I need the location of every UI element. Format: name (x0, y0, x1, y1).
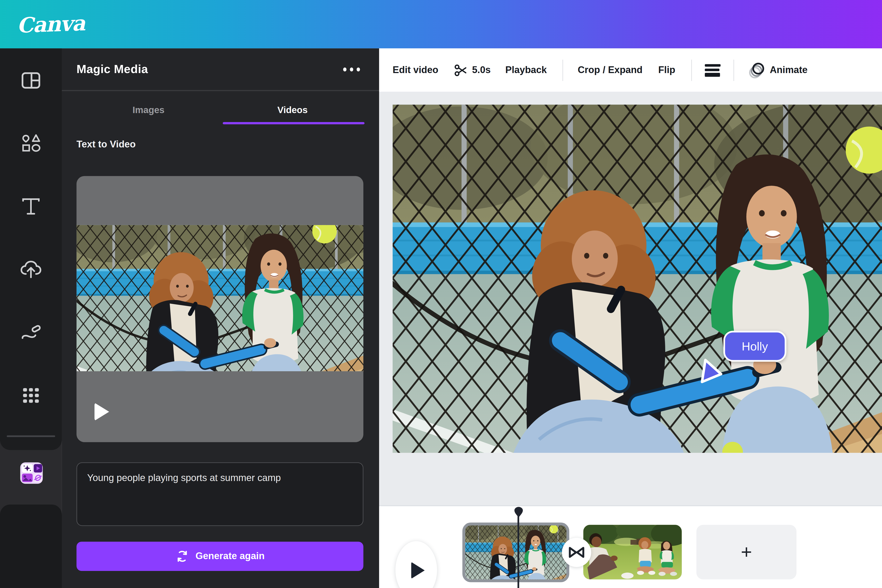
panel-title: Magic Media (76, 62, 148, 76)
section-title: Text to Video (76, 139, 364, 150)
tab-videos[interactable]: Videos (220, 99, 364, 124)
sidebar-nav (0, 48, 62, 450)
generated-video-preview[interactable] (76, 176, 363, 442)
magic-media-panel: Magic Media Images Videos Text to Video … (62, 48, 379, 588)
edit-video-button[interactable]: Edit video (393, 64, 438, 75)
position-layers-icon (704, 63, 721, 77)
more-options-icon[interactable] (340, 64, 363, 75)
sidebar-item-magic-media[interactable] (20, 462, 43, 484)
apps-grid-icon (22, 387, 40, 404)
top-bar: Canva (0, 0, 882, 48)
animate-button[interactable]: Animate (747, 61, 807, 79)
upload-cloud-icon (20, 261, 42, 279)
position-button[interactable] (704, 63, 721, 77)
app-window: Canva (0, 0, 882, 588)
design-icon (21, 72, 40, 89)
sidebar-item-uploads[interactable] (11, 250, 51, 289)
collaborator-label: Holly (723, 331, 786, 362)
video-thumbnail (76, 225, 363, 372)
sidebar-item-draw[interactable] (11, 313, 51, 352)
playback-button[interactable]: Playback (506, 64, 547, 75)
add-clip-button[interactable]: + (696, 525, 796, 579)
sidebar-item-elements[interactable] (11, 124, 51, 163)
elements-icon (21, 134, 41, 153)
sidebar-item-design[interactable] (11, 61, 51, 100)
collaborator-cursor-icon (698, 357, 726, 387)
animate-icon (747, 61, 765, 79)
sidebar-item-apps[interactable] (11, 376, 51, 415)
timeline-play-button[interactable] (396, 541, 437, 588)
canva-logo[interactable]: Canva (16, 11, 85, 38)
tab-bar: Images Videos (76, 99, 364, 124)
plus-icon: + (741, 541, 752, 563)
timeline-clip-2[interactable] (584, 525, 682, 579)
canvas-video-frame[interactable] (393, 105, 882, 453)
prompt-input[interactable]: Young people playing sports at summer ca… (86, 471, 354, 518)
playhead-line[interactable] (518, 516, 519, 588)
play-icon[interactable] (94, 403, 109, 421)
sidebar-bottom-block (0, 505, 62, 588)
crop-expand-button[interactable]: Crop / Expand (578, 64, 642, 75)
prompt-input-wrap: Young people playing sports at summer ca… (76, 462, 363, 526)
editor-main: Edit video 5.0s Playback Crop / Expand F… (379, 48, 882, 588)
context-toolbar: Edit video 5.0s Playback Crop / Expand F… (379, 48, 882, 92)
design-canvas (379, 92, 882, 506)
scissors-icon (454, 63, 468, 77)
transition-button[interactable] (562, 538, 591, 567)
generate-again-button[interactable]: Generate again (76, 542, 363, 571)
timeline: + (379, 506, 882, 588)
timeline-clip-1-selected[interactable] (462, 523, 569, 582)
panel-divider (62, 90, 379, 91)
sidebar-divider (7, 435, 55, 437)
draw-icon (21, 324, 41, 342)
collaborator-name: Holly (742, 339, 768, 353)
regenerate-icon (175, 549, 189, 563)
toolbar-divider (733, 59, 734, 81)
trim-duration-button[interactable]: 5.0s (454, 63, 490, 77)
sidebar-rail (0, 48, 62, 588)
sidebar-item-text[interactable] (11, 187, 51, 226)
active-tab-underline (223, 122, 364, 124)
transition-bowtie-icon (568, 546, 585, 559)
tab-images[interactable]: Images (76, 99, 220, 124)
toolbar-divider (691, 59, 692, 81)
generate-again-label: Generate again (196, 550, 265, 562)
text-icon (21, 198, 40, 216)
toolbar-divider (562, 59, 563, 81)
play-icon (411, 562, 425, 579)
playhead-pin[interactable] (514, 507, 523, 520)
flip-button[interactable]: Flip (658, 64, 675, 75)
